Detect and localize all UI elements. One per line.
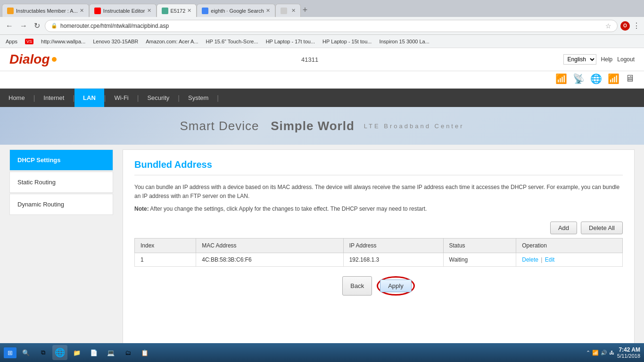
nav-system[interactable]: System: [180, 89, 217, 107]
nav-wifi[interactable]: Wi-Fi: [106, 89, 137, 107]
bookmark-lenovo[interactable]: Lenovo 320-15ABR: [91, 38, 140, 45]
opera-icon[interactable]: O: [620, 21, 630, 31]
tab-close-btn[interactable]: ✕: [147, 8, 151, 14]
tab-empty[interactable]: ✕: [275, 4, 301, 17]
back-button[interactable]: Back: [342, 276, 372, 296]
bookmark-hp156[interactable]: HP 15.6" Touch-Scre...: [204, 38, 260, 45]
tab-label: E5172: [171, 8, 186, 14]
table-header-row: Index MAC Address IP Address Status Oper…: [135, 238, 623, 253]
tab-e5172[interactable]: E5172 ✕: [157, 4, 197, 17]
bookmark-wallpaper[interactable]: http://www.wallpa...: [39, 38, 87, 45]
sim-icon: 📶: [555, 73, 567, 84]
cell-operation: Delete | Edit: [516, 253, 623, 266]
logout-link[interactable]: Logout: [617, 56, 635, 63]
url-bar[interactable]: 🔒 homerouter.cpe/html/ntwkall/macipbind.…: [45, 20, 618, 32]
tab-label: Instructable Editor: [103, 8, 145, 14]
browser-menu-button[interactable]: ⋮: [633, 21, 640, 30]
taskbar-taskview[interactable]: ⧉: [35, 345, 50, 360]
bookmark-vs[interactable]: VS: [23, 38, 35, 45]
tab-instructable-editor[interactable]: Instructable Editor ✕: [89, 4, 157, 17]
bookmark-hp15t[interactable]: HP Laptop - 15t tou...: [321, 38, 373, 45]
tray-wifi-icon: 📶: [592, 350, 599, 356]
nav-menu: Home | Internet | LAN | Wi-Fi | Security…: [0, 89, 644, 107]
url-text: homerouter.cpe/html/ntwkall/macipbind.as…: [60, 23, 169, 29]
router-page: Dialog 41311 English Help Logout 📶 📡 🌐 📶…: [0, 48, 644, 362]
action-bar: Add Delete All: [134, 222, 623, 234]
clock-time: 7:42 AM: [617, 346, 640, 353]
bookmarks-bar: Apps VS http://www.wallpa... Lenovo 320-…: [0, 35, 644, 48]
col-ip: IP Address: [343, 238, 443, 253]
sidebar: DHCP Settings Static Routing Dynamic Rou…: [9, 149, 113, 362]
sidebar-static-label: Static Routing: [17, 179, 56, 186]
bookmark-inspiron[interactable]: Inspiron 15 3000 La...: [377, 38, 431, 45]
tab-favicon: [7, 8, 14, 14]
nav-lan-label: LAN: [83, 94, 96, 101]
table-row: 1 4C:BB:58:3B:C6:F6 192.168.1.3 Waiting …: [135, 253, 623, 266]
delete-all-button[interactable]: Delete All: [581, 222, 623, 234]
header-right: English Help Logout: [563, 54, 635, 65]
tab-bar: Instructables Member : A... ✕ Instructab…: [0, 0, 644, 17]
taskbar-folder[interactable]: 📁: [69, 345, 84, 360]
bookmark-label: HP Laptop - 17t tou...: [266, 39, 315, 44]
tab-close-btn[interactable]: ✕: [187, 8, 191, 14]
sidebar-item-static-routing[interactable]: Static Routing: [9, 172, 113, 193]
start-button[interactable]: ⊞: [4, 347, 17, 358]
nav-internet[interactable]: Internet: [35, 89, 73, 107]
tab-close-btn[interactable]: ✕: [291, 8, 296, 14]
content-panel: Bundled Address You can bundle an IP add…: [123, 149, 635, 362]
tab-close-btn[interactable]: ✕: [80, 8, 84, 14]
tab-google-search[interactable]: eighth · Google Search ✕: [197, 4, 275, 17]
tray-up-icon[interactable]: ⌃: [586, 350, 590, 356]
bookmark-label: HP 15.6" Touch-Scre...: [206, 39, 258, 44]
taskbar-search[interactable]: 🔍: [18, 345, 33, 360]
taskbar-app2[interactable]: 📋: [137, 345, 152, 360]
bundled-address-table: Index MAC Address IP Address Status Oper…: [134, 238, 623, 267]
op-separator: |: [541, 256, 542, 263]
tray-volume-icon: 🔊: [601, 350, 607, 356]
section-title: Bundled Address: [134, 159, 623, 170]
tab-close-btn[interactable]: ✕: [266, 8, 270, 14]
internet-icon: 🌐: [590, 73, 602, 84]
col-status: Status: [443, 238, 516, 253]
bookmark-amazon[interactable]: Amazon.com: Acer A...: [144, 38, 200, 45]
bookmark-label: Amazon.com: Acer A...: [146, 39, 198, 44]
help-link[interactable]: Help: [601, 56, 613, 63]
sidebar-item-dynamic-routing[interactable]: Dynamic Routing: [9, 194, 113, 215]
forward-button[interactable]: →: [18, 21, 29, 31]
taskbar-file[interactable]: 📄: [86, 345, 101, 360]
vs-badge: VS: [25, 39, 33, 44]
router-logo: Dialog: [9, 52, 57, 67]
bookmark-label: http://www.wallpa...: [41, 39, 85, 44]
nav-home[interactable]: Home: [0, 89, 33, 107]
nav-wifi-label: Wi-Fi: [114, 94, 128, 101]
add-button[interactable]: Add: [550, 222, 577, 234]
nav-divider: |: [217, 94, 219, 102]
taskbar-app1[interactable]: 🗂: [120, 345, 135, 360]
address-bar: ← → ↻ 🔒 homerouter.cpe/html/ntwkall/maci…: [0, 17, 644, 35]
delete-link[interactable]: Delete: [522, 256, 538, 263]
language-select[interactable]: English: [563, 54, 596, 65]
new-tab-button[interactable]: +: [303, 5, 308, 15]
browser-chrome: Instructables Member : A... ✕ Instructab…: [0, 0, 644, 48]
reload-button[interactable]: ↻: [32, 20, 42, 31]
monitor-icon: 🖥: [625, 73, 635, 84]
taskbar-chrome[interactable]: 🌐: [52, 345, 67, 360]
tab-label: Instructables Member : A...: [16, 8, 78, 14]
sidebar-item-dhcp-settings[interactable]: DHCP Settings: [9, 149, 113, 171]
wifi-icon: 📶: [608, 73, 619, 84]
edit-link[interactable]: Edit: [545, 256, 555, 263]
back-button[interactable]: ←: [4, 21, 15, 31]
col-operation: Operation: [516, 238, 623, 253]
nav-security[interactable]: Security: [139, 89, 178, 107]
system-clock: 7:42 AM 5/11/2018: [617, 346, 640, 359]
bookmark-apps[interactable]: Apps: [4, 38, 19, 45]
apply-button[interactable]: Apply: [380, 280, 412, 292]
nav-system-label: System: [188, 94, 208, 101]
dialog-logo: Dialog: [9, 52, 57, 67]
taskbar-cmd[interactable]: 💻: [103, 345, 118, 360]
bookmark-hp17t[interactable]: HP Laptop - 17t tou...: [264, 38, 317, 45]
tab-instructables-member[interactable]: Instructables Member : A... ✕: [2, 4, 89, 17]
taskbar: ⊞ 🔍 ⧉ 🌐 📁 📄 💻 🗂 📋 ⌃ 📶 🔊 🖧 7:42 AM 5/11/2…: [0, 343, 644, 362]
nav-lan[interactable]: LAN: [74, 89, 104, 107]
bookmark-star-icon[interactable]: ☆: [605, 22, 611, 30]
